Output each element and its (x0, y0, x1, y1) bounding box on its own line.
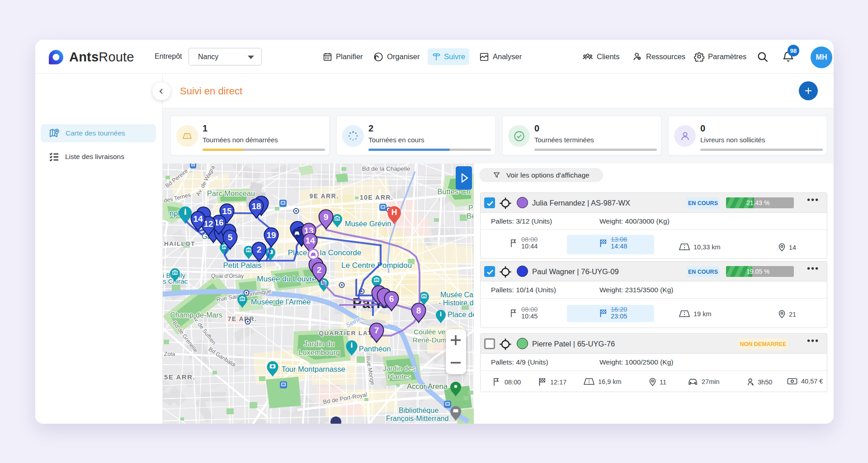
svg-text:Plantes: Plantes (387, 373, 411, 380)
svg-text:Par: Par (468, 204, 474, 212)
svg-text:5E ARR.: 5E ARR. (164, 373, 195, 381)
svg-text:6: 6 (389, 294, 394, 304)
svg-text:Parc Monceau: Parc Monceau (207, 189, 255, 197)
svg-text:Petit Palais: Petit Palais (223, 261, 261, 270)
svg-text:2: 2 (317, 265, 322, 275)
svg-text:10E ARR.: 10E ARR. (360, 194, 394, 201)
svg-text:Place de la Concorde: Place de la Concorde (288, 248, 362, 257)
svg-text:2: 2 (257, 245, 262, 254)
svg-text:M: M (241, 298, 243, 301)
svg-text:5: 5 (228, 233, 233, 242)
svg-text:Zola: Zola (164, 351, 175, 357)
svg-text:- Histoire de Paris: - Histoire de Paris (439, 299, 474, 307)
svg-text:Musée de l'Armée: Musée de l'Armée (251, 298, 311, 306)
svg-text:9: 9 (324, 212, 329, 222)
svg-text:Musée Grévin: Musée Grévin (345, 220, 392, 228)
svg-text:M: M (223, 246, 226, 249)
svg-text:Bell: Bell (467, 212, 474, 220)
svg-text:7E ARR.: 7E ARR. (227, 315, 257, 323)
svg-text:Tour Montparnasse: Tour Montparnasse (281, 365, 345, 373)
svg-text:15: 15 (222, 206, 232, 216)
svg-text:8: 8 (416, 306, 421, 315)
svg-text:M: M (247, 249, 250, 252)
svg-text:François-Mitterrand: François-Mitterrand (386, 415, 449, 422)
svg-text:Champ-de-Mars: Champ-de-Mars (170, 311, 222, 319)
svg-text:Jardin du: Jardin du (304, 340, 335, 348)
svg-text:Quai d'Orsay: Quai d'Orsay (211, 273, 244, 279)
svg-text:HAILLOT: HAILLOT (164, 240, 195, 247)
svg-text:Jardin des: Jardin des (383, 365, 415, 372)
svg-text:M: M (336, 217, 338, 220)
svg-text:Accor Arena: Accor Arena (407, 382, 448, 390)
svg-text:QUARTIER LAT: QUARTIER LAT (319, 330, 372, 337)
svg-text:Luxembourg: Luxembourg (298, 348, 340, 356)
svg-text:Coulée ve: Coulée ve (414, 328, 445, 336)
svg-text:14: 14 (305, 236, 315, 245)
svg-text:M: M (174, 271, 176, 275)
svg-text:Musée du Louvre: Musée du Louvre (257, 275, 316, 283)
svg-text:M: M (423, 295, 425, 298)
svg-text:19: 19 (266, 230, 276, 240)
svg-text:Musée Carnavalet: Musée Carnavalet (440, 291, 474, 299)
svg-text:H: H (392, 208, 397, 217)
svg-text:14: 14 (193, 214, 203, 224)
svg-text:Bibliothèque: Bibliothèque (399, 407, 439, 414)
svg-text:Bd de la Chapelle: Bd de la Chapelle (362, 165, 410, 172)
svg-text:René-Dum: René-Dum (413, 336, 447, 344)
svg-text:18: 18 (251, 201, 261, 211)
svg-text:7: 7 (374, 326, 379, 335)
svg-text:M: M (375, 279, 377, 282)
svg-text:Panthéon: Panthéon (359, 345, 391, 353)
svg-text:Place de la: Place de la (448, 310, 474, 318)
svg-text:9E ARR.: 9E ARR. (309, 192, 339, 200)
